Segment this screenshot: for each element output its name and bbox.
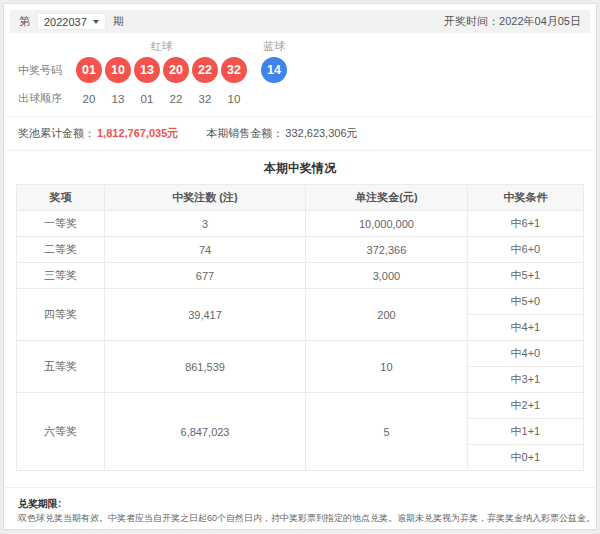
draw-time-value: 2022年04月05日 <box>499 15 581 27</box>
prize-table: 奖项 中奖注数 (注) 单注奖金(元) 中奖条件 一等奖 3 10,000,00… <box>16 184 584 471</box>
table-row: 四等奖 39,417 200 中5+0 <box>17 289 584 315</box>
count-cell: 677 <box>104 263 305 289</box>
redemption-note-title: 兑奖期限: <box>18 496 582 511</box>
redemption-note-text: 双色球兑奖当期有效。中奖者应当自开奖之日起60个自然日内，持中奖彩票到指定的地点… <box>18 511 582 525</box>
prize-name-cell: 一等奖 <box>17 211 105 237</box>
table-header-row: 奖项 中奖注数 (注) 单注奖金(元) 中奖条件 <box>17 185 584 211</box>
red-ball: 10 <box>105 57 131 83</box>
table-row: 二等奖 74 372,366 中6+0 <box>17 237 584 263</box>
condition-cell: 中5+0 <box>467 289 583 315</box>
table-row: 五等奖 861,539 10 中4+0 <box>17 341 584 367</box>
draw-order-number: 20 <box>76 93 102 105</box>
condition-cell: 中5+1 <box>467 263 583 289</box>
prize-amount-cell: 3,000 <box>306 263 468 289</box>
prize-amount-cell: 5 <box>306 393 468 471</box>
count-cell: 861,539 <box>104 341 305 393</box>
amounts-bar: 奖池累计金额： 1,812,767,035元 本期销售金额： 332,623,3… <box>4 116 596 150</box>
condition-cell: 中0+1 <box>467 445 583 471</box>
condition-cell: 中2+1 <box>467 393 583 419</box>
count-cell: 3 <box>104 211 305 237</box>
condition-cell: 中4+1 <box>467 315 583 341</box>
draw-order-number: 01 <box>134 93 160 105</box>
draw-order-label: 出球顺序 <box>18 91 76 106</box>
prize-table-title: 本期中奖情况 <box>16 151 584 184</box>
prize-amount-cell: 372,366 <box>306 237 468 263</box>
table-row: 一等奖 3 10,000,000 中6+1 <box>17 211 584 237</box>
condition-cell: 中6+0 <box>467 237 583 263</box>
condition-cell: 中3+1 <box>467 367 583 393</box>
prize-amount-cell: 10 <box>306 341 468 393</box>
draw-time-label: 开奖时间： <box>444 15 499 27</box>
prize-name-cell: 五等奖 <box>17 341 105 393</box>
blue-ball: 14 <box>261 57 287 83</box>
winning-numbers-label: 中奖号码 <box>18 63 76 78</box>
table-row: 三等奖 677 3,000 中5+1 <box>17 263 584 289</box>
redemption-note: 兑奖期限: 双色球兑奖当期有效。中奖者应当自开奖之日起60个自然日内，持中奖彩票… <box>4 487 596 530</box>
red-ball: 22 <box>192 57 218 83</box>
prize-name-cell: 三等奖 <box>17 263 105 289</box>
pool-amount-label: 奖池累计金额： <box>18 126 95 141</box>
draw-order-numbers: 201301223210 <box>76 93 247 105</box>
period-suffix-label: 期 <box>113 14 124 29</box>
col-header-winner-count: 中奖注数 (注) <box>104 185 305 211</box>
count-cell: 6,847,023 <box>104 393 305 471</box>
table-row: 六等奖 6,847,023 5 中2+1 <box>17 393 584 419</box>
prize-table-section: 本期中奖情况 奖项 中奖注数 (注) 单注奖金(元) 中奖条件 一等奖 3 10… <box>4 150 596 487</box>
red-ball: 20 <box>163 57 189 83</box>
red-ball: 01 <box>76 57 102 83</box>
prize-name-cell: 六等奖 <box>17 393 105 471</box>
count-cell: 74 <box>104 237 305 263</box>
sales-amount-label: 本期销售金额： <box>206 126 283 141</box>
draw-order-number: 10 <box>221 93 247 105</box>
dropdown-caret-icon <box>93 20 99 24</box>
sales-amount-value: 332,623,306元 <box>285 126 357 141</box>
condition-cell: 中4+0 <box>467 341 583 367</box>
draw-order-number: 13 <box>105 93 131 105</box>
prize-name-cell: 四等奖 <box>17 289 105 341</box>
draw-order-number: 22 <box>163 93 189 105</box>
draw-order-number: 32 <box>192 93 218 105</box>
lottery-result-card: 第 2022037 期 开奖时间：2022年04月05日 红球 蓝球 中奖号码 … <box>3 3 597 530</box>
prize-amount-cell: 10,000,000 <box>306 211 468 237</box>
pool-amount-value: 1,812,767,035元 <box>97 126 178 141</box>
col-header-win-condition: 中奖条件 <box>467 185 583 211</box>
red-ball: 32 <box>221 57 247 83</box>
winning-numbers-section: 红球 蓝球 中奖号码 011013202232 14 出球顺序 20130122… <box>4 33 596 116</box>
prize-amount-cell: 200 <box>306 289 468 341</box>
period-select-value: 2022037 <box>44 16 87 28</box>
period-select[interactable]: 2022037 <box>37 13 106 30</box>
condition-cell: 中1+1 <box>467 419 583 445</box>
count-cell: 39,417 <box>104 289 305 341</box>
topbar: 第 2022037 期 开奖时间：2022年04月05日 <box>10 10 590 33</box>
col-header-prize-tier: 奖项 <box>17 185 105 211</box>
prize-name-cell: 二等奖 <box>17 237 105 263</box>
period-prefix-label: 第 <box>19 14 30 29</box>
red-ball: 13 <box>134 57 160 83</box>
condition-cell: 中6+1 <box>467 211 583 237</box>
col-header-prize-amount: 单注奖金(元) <box>306 185 468 211</box>
blue-ball-group-label: 蓝球 <box>261 39 287 54</box>
red-balls: 011013202232 <box>76 57 247 83</box>
red-ball-group-label: 红球 <box>76 39 247 54</box>
